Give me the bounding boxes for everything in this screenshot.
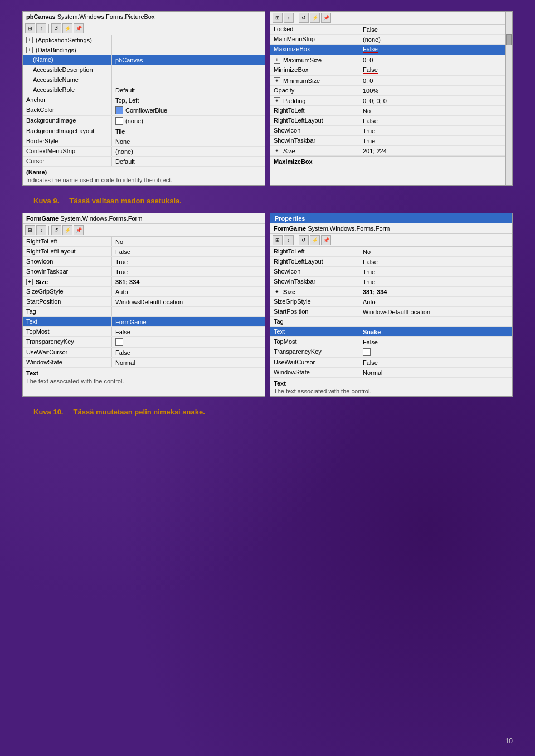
transparencykey-swatch <box>115 338 123 346</box>
prop-row-showicon: ShowIcon True <box>270 126 505 136</box>
panel1-right-scrollbar[interactable] <box>505 12 512 185</box>
prop3-row-windowstate: WindowState Normal <box>270 368 512 378</box>
panel2-right: Properties FormGame System.Windows.Forms… <box>270 213 513 397</box>
toolbar-event-btn[interactable]: ⚡ <box>62 23 72 33</box>
prop3-row-usewaitcursor: UseWaitCursor False <box>270 358 512 368</box>
prop-row-cursor: Cursor Default <box>23 157 265 167</box>
prop-row-padding: + Padding 0; 0; 0; 0 <box>270 96 505 106</box>
toolbar-grid-btn[interactable]: ⊞ <box>25 23 35 33</box>
prop2-row-showintaskbar: ShowInTaskbar True <box>23 267 265 277</box>
panel1-right-toolbar: ⊞ ↕ ↺ ⚡ 📌 <box>270 12 505 25</box>
panel1-container: pbCanvas System.Windows.Forms.PictureBox… <box>22 11 513 186</box>
toolbar-event-btn3[interactable]: ⚡ <box>62 225 72 235</box>
panel1-right: ⊞ ↕ ↺ ⚡ 📌 Locked False MainMenuStrip (no… <box>270 11 513 186</box>
toolbar-event-btn2[interactable]: ⚡ <box>310 13 320 23</box>
prop-row-acc-name: AccessibleName <box>23 75 265 85</box>
panel2-left-title: FormGame System.Windows.Forms.Form <box>23 213 265 224</box>
toolbar-pin-btn4[interactable]: 📌 <box>321 235 331 245</box>
prop2-row-windowstate: WindowState Normal <box>23 358 265 368</box>
prop-row-locked: Locked False <box>270 25 505 35</box>
prop-row-bgimage: BackgroundImage (none) <box>23 116 265 126</box>
figure10-caption: Kuva 10. Tässä muutetaan pelin nimeksi s… <box>33 408 513 416</box>
scroll-thumb[interactable] <box>506 34 512 45</box>
prop3-row-text: Text Snake <box>270 327 512 337</box>
prop-row-opacity: Opacity 100% <box>270 86 505 96</box>
toolbar-grid-btn3[interactable]: ⊞ <box>25 225 35 235</box>
backcolor-swatch <box>115 106 123 114</box>
prop-row-righttoleftlayout: RightToLeftLayout False <box>270 116 505 126</box>
prop2-row-startposition: StartPosition WindowsDefaultLocation <box>23 297 265 307</box>
prop3-row-size: + Size 381; 334 <box>270 287 512 297</box>
panel2-right-toolbar: ⊞ ↕ ↺ ⚡ 📌 <box>270 234 512 247</box>
bgimage-swatch <box>115 117 123 125</box>
prop3-row-showintaskbar: ShowInTaskbar True <box>270 277 512 287</box>
prop3-row-righttoleftlayout: RightToLeftLayout False <box>270 257 512 267</box>
prop3-row-righttoleft: RightToLeft No <box>270 247 512 257</box>
panel2-left-toolbar: ⊞ ↕ ↺ ⚡ 📌 <box>23 224 265 237</box>
prop2-row-text: Text FormGame <box>23 317 265 327</box>
panel1-right-status: MaximizeBox <box>270 156 505 168</box>
toolbar-sort-btn4[interactable]: ↕ <box>284 235 294 245</box>
panel1-left-title: pbCanvas System.Windows.Forms.PictureBox <box>23 12 265 22</box>
prop-row-contextmenu: ContextMenuStrip (none) <box>23 147 265 157</box>
toolbar-sep4 <box>296 236 296 245</box>
page-content: pbCanvas System.Windows.Forms.PictureBox… <box>22 11 513 416</box>
prop3-row-showicon: ShowIcon True <box>270 267 512 277</box>
panel1-left-toolbar: ⊞ ↕ ↺ ⚡ 📌 <box>23 22 265 35</box>
toolbar-reset-btn4[interactable]: ↺ <box>299 235 309 245</box>
prop-row-name: (Name) pbCanvas <box>23 55 265 65</box>
panel2-left-status: Text The text associated with the contro… <box>23 368 265 386</box>
prop-row-minimumsize: + MinimumSize 0; 0 <box>270 76 505 86</box>
toolbar-grid-btn4[interactable]: ⊞ <box>273 235 283 245</box>
prop2-row-size: + Size 381; 334 <box>23 277 265 287</box>
panel1-left: pbCanvas System.Windows.Forms.PictureBox… <box>22 11 265 186</box>
toolbar-sort-btn[interactable]: ↕ <box>36 23 46 33</box>
toolbar-pin-btn3[interactable]: 📌 <box>74 225 84 235</box>
prop3-row-sizegripstyle: SizeGripStyle Auto <box>270 297 512 307</box>
prop-row-backcolor: BackColor CornflowerBlue <box>23 105 265 116</box>
toolbar-reset-btn2[interactable]: ↺ <box>299 13 309 23</box>
prop3-row-tag: Tag <box>270 317 512 327</box>
maximizebox-value: False <box>363 46 378 53</box>
minimizebox-value: False <box>363 66 378 74</box>
prop-row-maximumsize: + MaximumSize 0; 0 <box>270 55 505 65</box>
prop2-row-transparencykey: TransparencyKey <box>23 337 265 348</box>
toolbar-sep2 <box>296 13 296 22</box>
prop2-row-righttoleft: RightToLeft No <box>23 237 265 247</box>
toolbar-grid-btn2[interactable]: ⊞ <box>273 13 283 23</box>
toolbar-event-btn4[interactable]: ⚡ <box>310 235 320 245</box>
toolbar-sort-btn2[interactable]: ↕ <box>284 13 294 23</box>
prop-row-bgimagelayout: BackgroundImageLayout Tile <box>23 126 265 136</box>
prop-row-size-partial: + Size 201; 224 <box>270 146 505 156</box>
prop3-row-topmost: TopMost False <box>270 337 512 347</box>
prop-row-righttoleft: RightToLeft No <box>270 106 505 116</box>
prop2-row-tag: Tag <box>23 307 265 317</box>
toolbar-sort-btn3[interactable]: ↕ <box>36 225 46 235</box>
prop3-row-startposition: StartPosition WindowsDefaultLocation <box>270 307 512 317</box>
prop2-row-usewaitcursor: UseWaitCursor False <box>23 348 265 358</box>
toolbar-pin-btn2[interactable]: 📌 <box>321 13 331 23</box>
panel2-right-status: Text The text associated with the contro… <box>270 378 512 396</box>
prop2-row-topmost: TopMost False <box>23 327 265 337</box>
prop-row-anchor: Anchor Top, Left <box>23 95 265 105</box>
group-app-settings: + (ApplicationSettings) <box>23 35 265 45</box>
prop2-row-righttoleftlayout: RightToLeftLayout False <box>23 247 265 257</box>
group-data-bindings: + (DataBindings) <box>23 45 265 55</box>
toolbar-sep3 <box>48 226 49 235</box>
panel2-container: FormGame System.Windows.Forms.Form ⊞ ↕ ↺… <box>22 213 513 397</box>
prop-row-acc-role: AccessibleRole Default <box>23 85 265 95</box>
prop-row-maximizebox: MaximizeBox False <box>270 45 505 55</box>
prop2-row-showicon: ShowIcon True <box>23 257 265 267</box>
prop-row-mainmenustrip: MainMenuStrip (none) <box>270 35 505 45</box>
prop2-row-sizegripstyle: SizeGripStyle Auto <box>23 287 265 297</box>
prop-row-acc-desc: AccessibleDescription <box>23 65 265 75</box>
prop-row-showintaskbar: ShowInTaskbar True <box>270 136 505 146</box>
panel2-right-header: Properties <box>270 213 512 223</box>
toolbar-reset-btn3[interactable]: ↺ <box>51 225 61 235</box>
panel1-right-main: ⊞ ↕ ↺ ⚡ 📌 Locked False MainMenuStrip (no… <box>270 12 505 185</box>
prop-row-borderstyle: BorderStyle None <box>23 136 265 147</box>
toolbar-pin-btn[interactable]: 📌 <box>74 23 84 33</box>
toolbar-reset-btn[interactable]: ↺ <box>51 23 61 33</box>
page-number: 10 <box>505 737 513 745</box>
prop3-row-transparencykey: TransparencyKey <box>270 347 512 358</box>
